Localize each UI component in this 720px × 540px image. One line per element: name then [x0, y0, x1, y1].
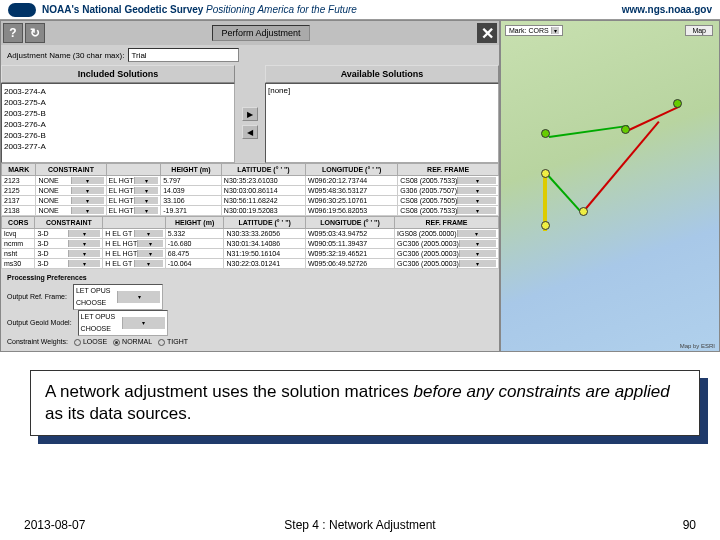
available-solutions-list[interactable]: [none]	[265, 83, 499, 163]
map-canvas[interactable]: Map by ESRI	[501, 21, 719, 351]
help-icon[interactable]: ?	[3, 23, 23, 43]
geoid-model-select[interactable]: LET OPUS CHOOSE▾	[78, 310, 168, 336]
map-marker-icon[interactable]	[621, 125, 630, 134]
map-panel: Map by ESRI Mark: CORS▾ Map	[500, 20, 720, 352]
weight-loose-radio[interactable]: LOOSE	[74, 336, 107, 348]
perform-adjustment-button[interactable]: Perform Adjustment	[212, 25, 309, 41]
weight-tight-radio[interactable]: TIGHT	[158, 336, 188, 348]
table-row: 2138NONE▾EL HGT▾-19.371N30:00:19.52083W0…	[2, 206, 499, 216]
map-credit: Map by ESRI	[680, 343, 715, 349]
cors-table: CORSCONSTRAINTHEIGHT (m)LATITUDE (° ' ")…	[1, 216, 499, 269]
marks-table: MARKCONSTRAINTHEIGHT (m)LATITUDE (° ' ")…	[1, 163, 499, 216]
table-row: ms303-D▾H EL GT▾-10.064N30:22:03.01241W0…	[2, 259, 499, 269]
processing-preferences: Processing Preferences Output Ref. Frame…	[1, 269, 499, 351]
map-marker-icon[interactable]	[541, 221, 550, 230]
constraint-select[interactable]: NONE▾	[38, 177, 103, 184]
adj-name-input[interactable]	[128, 48, 239, 62]
move-left-icon[interactable]: ◀	[242, 125, 258, 139]
header-url: www.ngs.noaa.gov	[622, 4, 712, 15]
panel-toolbar: ? ↻ Perform Adjustment ✕	[1, 21, 499, 45]
map-marker-icon[interactable]	[579, 207, 588, 216]
refresh-icon[interactable]: ↻	[25, 23, 45, 43]
output-frame-select[interactable]: LET OPUS CHOOSE▾	[73, 284, 163, 310]
weight-normal-radio[interactable]: NORMAL	[113, 336, 152, 348]
table-row: 2123NONE▾EL HGT▾5.797N30:35:23.61030W096…	[2, 176, 499, 186]
map-button[interactable]: Map	[685, 25, 713, 36]
adjustment-panel: ? ↻ Perform Adjustment ✕ Adjustment Name…	[0, 20, 500, 352]
footer-page: 90	[683, 518, 696, 532]
table-row: 2137NONE▾EL HGT▾33.106N30:56:11.68242W09…	[2, 196, 499, 206]
map-marker-icon[interactable]	[541, 169, 550, 178]
available-solutions-header: Available Solutions	[265, 65, 499, 83]
map-marker-icon[interactable]	[673, 99, 682, 108]
move-right-icon[interactable]: ▶	[242, 107, 258, 121]
caption-box: A network adjustment uses the solution m…	[30, 370, 700, 436]
adj-name-label: Adjustment Name (30 char max):	[7, 51, 124, 60]
map-mark-select[interactable]: Mark: CORS▾	[505, 25, 563, 36]
close-icon[interactable]: ✕	[477, 23, 497, 43]
map-marker-icon[interactable]	[541, 129, 550, 138]
table-row: lcvq3-D▾H EL GT▾5.332N30:33:33.26056W095…	[2, 229, 499, 239]
table-row: 2125NONE▾EL HGT▾14.039N30:03:00.86114W09…	[2, 186, 499, 196]
included-solutions-header: Included Solutions	[1, 65, 235, 83]
noaa-logo-icon	[8, 3, 36, 17]
page-header: NOAA's National Geodetic Survey Position…	[0, 0, 720, 20]
included-solutions-list[interactable]: 2003-274-A 2003-275-A 2003-275-B 2003-27…	[1, 83, 235, 163]
slide-footer: 2013-08-07 Step 4 : Network Adjustment 9…	[0, 518, 720, 532]
prefs-title: Processing Preferences	[7, 272, 493, 284]
footer-date: 2013-08-07	[24, 518, 85, 532]
footer-title: Step 4 : Network Adjustment	[284, 518, 435, 532]
table-row: nsht3-D▾H EL HGT▾68.475N31:19:50.16104W0…	[2, 249, 499, 259]
table-row: ncmm3-D▾H EL HGT▾-16.680N30:01:34.14086W…	[2, 239, 499, 249]
header-title: NOAA's National Geodetic Survey Position…	[42, 4, 357, 15]
